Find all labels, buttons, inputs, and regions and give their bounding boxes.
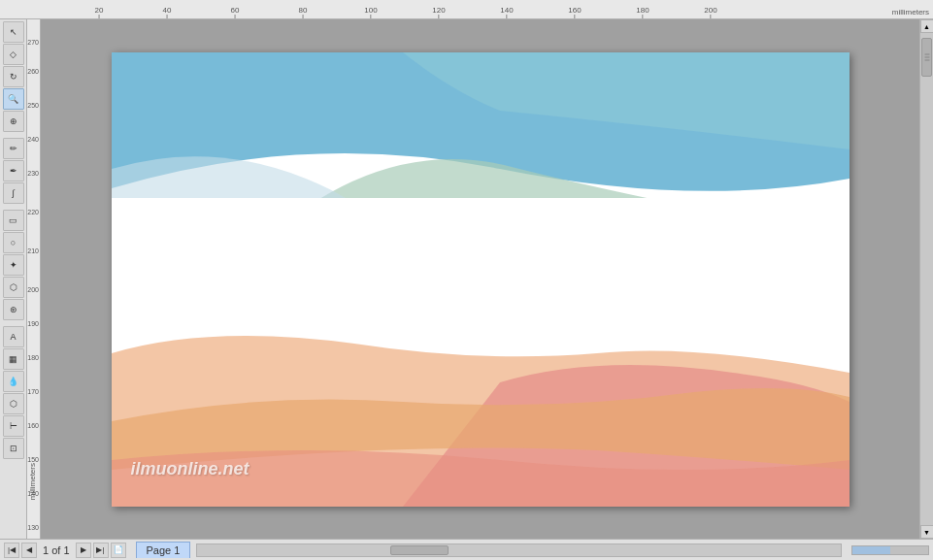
page-next-btn[interactable]: ▶ xyxy=(76,543,91,558)
ruler-mark-180: 180 xyxy=(636,6,649,18)
paint-bucket-tool-btn[interactable]: ⬡ xyxy=(3,393,24,414)
document-page: ilmuonline.net xyxy=(112,52,850,507)
bottom-scrollbar[interactable] xyxy=(196,544,842,557)
page-last-btn[interactable]: ▶| xyxy=(93,543,109,558)
bottom-bar: |◀ ◀ 1 of 1 ▶ ▶| 📄 Page 1 xyxy=(0,539,933,560)
star-tool-btn[interactable]: ✦ xyxy=(3,254,24,276)
scroll-up-btn[interactable]: ▲ xyxy=(920,19,934,33)
ruler-marks: 20 40 60 80 100 120 140 160 180 200 mill… xyxy=(41,0,933,18)
top-ruler: 20 40 60 80 100 120 140 160 180 200 mill… xyxy=(0,0,933,19)
zoom-slider-fill xyxy=(852,546,890,554)
ruler-mark-20: 20 xyxy=(95,6,104,18)
zoom-tool-btn[interactable]: 🔍 xyxy=(3,88,24,110)
page-first-btn[interactable]: |◀ xyxy=(4,543,19,558)
main-area: ↖ ◇ ↻ 🔍 ⊕ ✏ ✒ ∫ ▭ ○ ✦ ⬡ ⊛ A ▦ 💧 ⬡ ⊢ ⊡ 27… xyxy=(0,19,933,539)
dropper-tool-btn[interactable]: 💧 xyxy=(3,371,24,392)
spiral-tool-btn[interactable]: ⊛ xyxy=(3,299,24,320)
select-tool-btn[interactable]: ↖ xyxy=(3,21,24,43)
bottom-scrollbar-thumb[interactable] xyxy=(390,545,449,555)
connector-tool-btn[interactable]: ⊢ xyxy=(3,415,24,437)
ruler-mark-80: 80 xyxy=(299,6,308,18)
scroll-track-vertical[interactable] xyxy=(920,33,933,525)
ruler-mark-160: 160 xyxy=(568,6,581,18)
scroll-down-btn[interactable]: ▼ xyxy=(920,525,934,539)
scroll-thumb-vertical[interactable] xyxy=(921,38,932,77)
gradient-tool-btn[interactable]: ▦ xyxy=(3,348,24,370)
pencil-tool-btn[interactable]: ✒ xyxy=(3,160,24,181)
ruler-mark-200: 200 xyxy=(704,6,716,18)
circle-tool-btn[interactable]: ○ xyxy=(3,232,24,253)
ruler-mark-140: 140 xyxy=(500,6,513,18)
page-indicator: 1 of 1 xyxy=(39,544,74,556)
canvas-area[interactable]: ilmuonline.net xyxy=(41,19,919,539)
page-tab[interactable]: Page 1 xyxy=(136,542,191,558)
ruler-mark-40: 40 xyxy=(163,6,172,18)
ruler-mark-60: 60 xyxy=(231,6,240,18)
spray-tool-btn[interactable]: ⊡ xyxy=(3,438,24,459)
left-ruler: 270 260 250 240 230 220 210 200 190 180 … xyxy=(27,19,41,539)
page-prev-btn[interactable]: ◀ xyxy=(21,543,37,558)
right-scrollbar[interactable]: ▲ ▼ xyxy=(919,19,933,539)
ruler-mark-100: 100 xyxy=(364,6,377,18)
text-tool-btn[interactable]: A xyxy=(3,326,24,347)
tweak-tool-btn[interactable]: ↻ xyxy=(3,66,24,87)
new-page-btn[interactable]: 📄 xyxy=(111,543,126,558)
pen-tool-btn[interactable]: ✏ xyxy=(3,138,24,159)
left-toolbar: ↖ ◇ ↻ 🔍 ⊕ ✏ ✒ ∫ ▭ ○ ✦ ⬡ ⊛ A ▦ 💧 ⬡ ⊢ ⊡ xyxy=(0,19,27,539)
ruler-unit-label: millimeters xyxy=(892,8,929,16)
3dbox-tool-btn[interactable]: ⬡ xyxy=(3,277,24,298)
zoom-slider[interactable] xyxy=(851,545,929,555)
rectangle-tool-btn[interactable]: ▭ xyxy=(3,210,24,231)
zoom-area xyxy=(851,545,929,555)
measure-tool-btn[interactable]: ⊕ xyxy=(3,111,24,132)
calligraphy-tool-btn[interactable]: ∫ xyxy=(3,182,24,204)
left-ruler-label: millimeters xyxy=(28,463,37,500)
node-tool-btn[interactable]: ◇ xyxy=(3,44,24,65)
ruler-mark-120: 120 xyxy=(432,6,445,18)
